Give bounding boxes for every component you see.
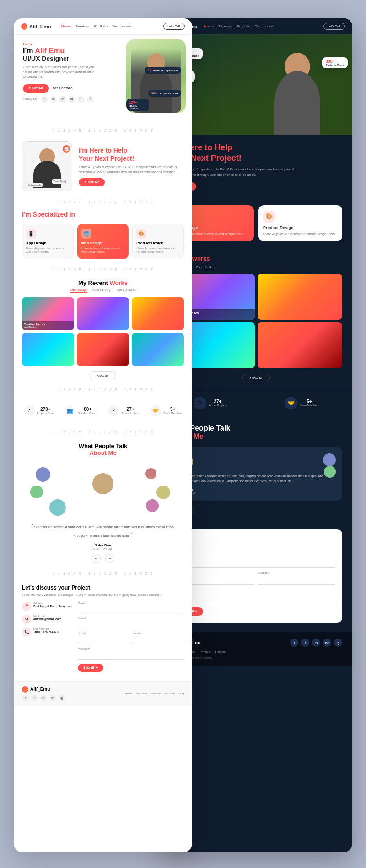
contact-phone: 📞 Call Me Now +880 1676 764 432: [22, 628, 72, 637]
project-hire-button[interactable]: ✦ Hire Me: [79, 178, 105, 186]
footer-link-hire[interactable]: Hire Me: [165, 692, 175, 695]
spec-card-web: 🌐 Web Design I have 4+ years of experien…: [77, 224, 129, 259]
web-design-icon: 🌐: [81, 229, 92, 239]
dc-form-name-input[interactable]: [178, 543, 335, 550]
work-item-2[interactable]: [77, 297, 129, 330]
dc-footer-link-hire[interactable]: Hire Me: [215, 650, 226, 654]
footer-social-ig[interactable]: ig: [59, 695, 65, 701]
tab-web-design[interactable]: Web Design: [70, 288, 87, 293]
tab-mobile-design[interactable]: Mobile Design: [92, 288, 112, 293]
form-budget-input[interactable]: [78, 638, 129, 644]
spec-card-app: 📱 App Design I have 4+ years of experien…: [22, 224, 74, 259]
nav-cta-button[interactable]: Let's Talk: [163, 23, 185, 30]
nav-link-home[interactable]: Home: [61, 24, 71, 28]
light-footer: Alif_Emu f t in be ig About Our Work Por…: [14, 681, 192, 706]
testimonial-nav: ← →: [22, 554, 184, 563]
footer-link-portfolio[interactable]: Portfolio: [151, 692, 161, 695]
nav-link-testimonials[interactable]: Testimonials: [112, 24, 132, 28]
testi-prev-button[interactable]: ←: [92, 554, 101, 563]
light-hero: Hello I'm Alif Emu UI/UX Designer I love…: [14, 35, 192, 126]
project-content: I'm Here to Help Your Next Project! I ha…: [79, 146, 184, 186]
dc-product-title: Product Design: [263, 225, 338, 230]
hire-me-button[interactable]: ✦ Hire Me: [23, 84, 49, 93]
project-graph-icon: 📈: [63, 145, 70, 153]
dc-nav-link-portfolio[interactable]: Portfolio: [237, 24, 250, 28]
dc-form-email-input[interactable]: [178, 560, 335, 568]
nav-link-services[interactable]: Services: [75, 24, 90, 28]
dc-product-icon: 🎨: [263, 211, 275, 223]
dc-product-desc: I have 4+ years of experience in Product…: [263, 232, 338, 236]
view-all-button[interactable]: View All: [90, 371, 116, 380]
contact-email: ✉ My Email alifemu@gmail.com: [22, 615, 72, 624]
testimonial-avatars: [22, 463, 184, 518]
dc-nav-link-services[interactable]: Services: [218, 24, 232, 28]
work-item-6[interactable]: [132, 333, 184, 366]
contact-heading: Let's discuss your Project: [22, 584, 184, 591]
dc-tab-case[interactable]: Case Studies: [196, 266, 215, 269]
product-design-title: Product Design: [136, 241, 180, 245]
form-subject-input[interactable]: [133, 638, 184, 644]
dc-testi-avatar-row: [177, 453, 336, 470]
address-value: Puri Hagari Dalnt Rasgulan: [33, 605, 72, 608]
footer-social-in[interactable]: in: [40, 695, 47, 701]
footer-social-fb[interactable]: f: [22, 695, 28, 701]
projects-done-icon: ✓: [24, 405, 35, 416]
phone-icon: 📞: [22, 628, 31, 637]
stat-num-clients: 80+: [78, 407, 97, 412]
stat-num-active: 27+: [121, 407, 140, 412]
nav-link-portfolio[interactable]: Portfolio: [94, 24, 108, 28]
work-item-5[interactable]: [77, 333, 129, 366]
form-email-label: E-mail*: [78, 617, 184, 620]
social-facebook-icon[interactable]: f: [41, 96, 48, 103]
dc-form-message-input[interactable]: [178, 595, 335, 602]
dc-social-in[interactable]: in: [312, 639, 320, 647]
testi-next-button[interactable]: →: [105, 554, 114, 563]
footer-social-tw[interactable]: t: [31, 695, 38, 701]
footer-link-work[interactable]: Our Work: [136, 692, 148, 695]
dc-social-tw[interactable]: t: [301, 639, 309, 647]
dc-form-name: Name*: [178, 536, 335, 550]
social-linkedin-icon[interactable]: in: [50, 96, 57, 103]
dc-work-4[interactable]: [258, 322, 342, 368]
testimonial-role: CEO - Five Lab: [22, 547, 184, 550]
light-logo: Alif_Emu: [21, 23, 51, 30]
footer-logo-dot: [22, 686, 28, 693]
dark-works-heading: Recent Works: [170, 255, 342, 262]
dc-social-ig[interactable]: ig: [334, 639, 342, 647]
dc-social-fb[interactable]: f: [290, 639, 298, 647]
footer-link-blog[interactable]: Blog: [178, 692, 184, 695]
see-portfolio-button[interactable]: See Portfolio: [53, 87, 72, 90]
email-icon: ✉: [22, 615, 31, 624]
dc-nav-cta-button[interactable]: Let's Talk: [323, 23, 345, 30]
work-item-1[interactable]: Creative Agency Web Design: [22, 297, 74, 330]
dc-nav-link-home[interactable]: Home: [204, 24, 214, 28]
form-submit-button[interactable]: Submit ➤: [78, 664, 103, 672]
social-instagram-icon[interactable]: ig: [87, 96, 93, 103]
stats-section: ✓ 270+ Projects Done 👥 80+ Satisfied Cli…: [14, 398, 192, 424]
dc-testi-name: John Doe: [177, 487, 336, 491]
footer-link-about[interactable]: About: [125, 692, 133, 695]
stat-badge-clients: 157+ Happy Clients: [126, 99, 149, 111]
social-dribbble-icon[interactable]: dr: [69, 96, 75, 103]
footer-social-be[interactable]: be: [49, 695, 56, 701]
social-behance-icon[interactable]: be: [59, 96, 66, 103]
dc-footer-top: Alif_Emu f t in be ig: [170, 639, 342, 647]
form-email-input[interactable]: [78, 623, 184, 629]
dc-social-be[interactable]: be: [323, 639, 331, 647]
form-name-input[interactable]: [78, 608, 184, 614]
light-nav-links: Home Services Portfolio Testimonials: [61, 24, 157, 28]
dc-footer-link-portfolio[interactable]: Portfolio: [200, 650, 211, 654]
work-item-4[interactable]: [22, 333, 74, 366]
form-message-input[interactable]: [78, 653, 184, 660]
dc-testi-side-avatar: [323, 453, 336, 466]
stat-label-projects: Projects Done: [37, 412, 54, 415]
dc-form-subject-input[interactable]: [258, 578, 335, 585]
dc-work-2[interactable]: [258, 274, 342, 320]
spec-card-product: 🎨 Product Design I have 4+ years of expe…: [132, 224, 184, 259]
social-twitter-icon[interactable]: t: [78, 96, 84, 103]
work-item-3[interactable]: [132, 297, 184, 330]
dc-view-all-button[interactable]: Show All: [242, 374, 270, 382]
dc-nav-link-testimonials[interactable]: Testimonials: [255, 24, 275, 28]
dark-testi-heading: What People TalkAbout Me: [170, 424, 342, 441]
tab-case-studies[interactable]: Case Studies: [117, 288, 136, 293]
